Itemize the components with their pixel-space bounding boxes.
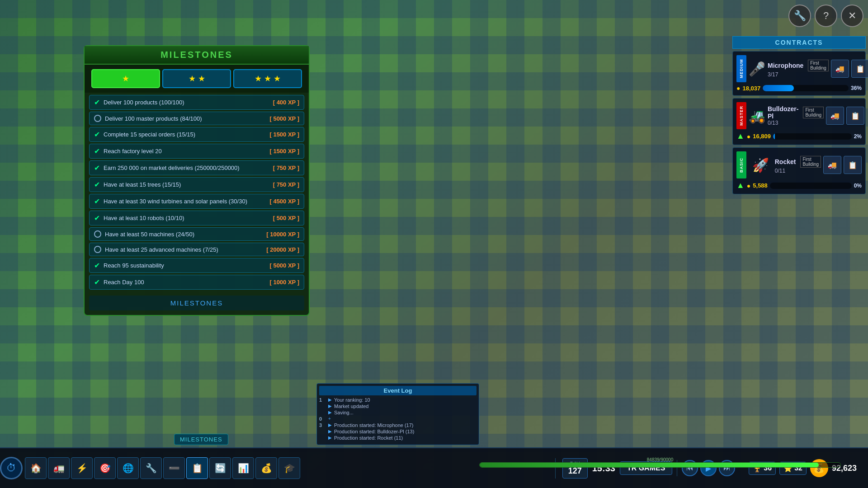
milestone-text-1: Deliver 100 master products (84/100) — [105, 115, 266, 122]
toolbar-btn-stats[interactable]: 📊 — [232, 457, 254, 479]
star-6-icon: ★ — [274, 74, 281, 84]
event-num-0: 1 — [319, 397, 326, 403]
event-icon-3: + — [328, 416, 331, 422]
close-button[interactable]: ✕ — [841, 5, 863, 27]
contract-progress-row-2: ▲ ● 5,588 0% — [736, 181, 862, 190]
contract-price-0: 18,037 — [742, 85, 760, 92]
check-icon-4: ✔ — [94, 164, 100, 172]
progress-bar-outer-0 — [763, 85, 849, 91]
event-text-1: Market updated — [334, 404, 368, 409]
contract-card-0: MEDIUM 🎤 Microphone First Building 3/17 … — [732, 51, 866, 96]
toolbar-btn-finance[interactable]: 💰 — [255, 457, 277, 479]
milestone-xp-1: [ 5000 XP ] — [269, 115, 299, 122]
circle-icon-1 — [94, 115, 101, 122]
milestone-tab-2[interactable]: ★ ★ — [162, 69, 231, 88]
event-entry-5: ▶ Production started: Bulldozer-Pl (13) — [319, 429, 476, 434]
event-entry-1: ▶ Market updated — [319, 404, 476, 409]
event-entry-2: ▶ Saving... — [319, 410, 476, 415]
milestone-text-5: Have at least 15 trees (15/15) — [104, 181, 269, 188]
contract-truck-btn-1[interactable]: 🚚 — [826, 107, 844, 125]
contract-price-2: 5,588 — [753, 182, 768, 189]
event-log-entries: 1 ▶ Your ranking: 10 ▶ Market updated ▶ … — [319, 397, 476, 442]
milestone-item-9: Have at least 25 advanced machines (7/25… — [89, 243, 304, 256]
event-icon-6: ▶ — [328, 435, 332, 441]
toolbar-btn-refresh[interactable]: 🔄 — [209, 457, 231, 479]
xp-bar-inner — [480, 463, 819, 467]
milestone-tab-3[interactable]: ★ ★ ★ — [233, 69, 302, 88]
event-log-title: Event Log — [319, 386, 476, 395]
contract-name-0: Microphone — [768, 62, 803, 69]
event-icon-0: ▶ — [328, 397, 332, 403]
event-icon-7: ▶ — [328, 441, 332, 442]
contract-header-0: MEDIUM 🎤 Microphone First Building 3/17 … — [736, 55, 862, 82]
contract-card-1: MASTER 🚜 Bulldozer-Pl First Building 0/1… — [732, 98, 866, 145]
milestone-item-4: ✔ Earn 250 000 on market deliveries (250… — [89, 160, 304, 175]
milestones-footer: MILESTONES — [89, 296, 304, 310]
contract-difficulty-0: MEDIUM — [736, 55, 746, 82]
contract-count-1: 0/13 — [768, 120, 824, 126]
top-right-controls: 🔧 ? ✕ — [788, 5, 863, 27]
help-button[interactable]: ? — [815, 5, 837, 27]
event-icon-1: ▶ — [328, 404, 332, 409]
event-entry-7: ▶ Saving... — [319, 441, 476, 442]
check-icon-7: ✔ — [94, 214, 100, 222]
milestone-text-11: Reach Day 100 — [104, 279, 266, 286]
contract-first-building-2: First Building — [800, 156, 821, 168]
contract-product-img-2: 🚀 — [749, 151, 773, 178]
contract-main-0: Microphone First Building 3/17 — [768, 60, 829, 78]
toolbar-btn-separator[interactable]: ➖ — [163, 457, 185, 479]
contract-difficulty-1: MASTER — [736, 102, 746, 129]
toolbar-btn-documents[interactable]: 📋 — [186, 457, 208, 479]
event-text-6: Production started: Rocket (11) — [334, 435, 403, 441]
contract-doc-btn-1[interactable]: 📋 — [846, 107, 864, 125]
bottom-hud: ⏱ 🏠🚛⚡🎯🌐🔧➖📋🔄📊💰🎓 DAY 127 15:33 TR GAMES ⏮ … — [0, 447, 868, 488]
milestones-title: MILESTONES — [85, 46, 309, 65]
toolbar-btn-targets[interactable]: 🎯 — [94, 457, 116, 479]
contract-actions-2: 🚚 📋 — [823, 156, 862, 174]
milestone-xp-3: [ 1500 XP ] — [269, 148, 299, 155]
progress-pct-1: 2% — [854, 133, 862, 140]
star-1-icon: ★ — [122, 74, 129, 84]
contract-first-building-0: First Building — [808, 60, 829, 71]
star-2-icon: ★ — [189, 74, 196, 84]
toolbar-btn-map[interactable]: 🌐 — [117, 457, 139, 479]
event-text-7: Saving... — [334, 441, 354, 442]
milestone-xp-6: [ 4500 XP ] — [269, 198, 299, 205]
progress-pct-2: 0% — [854, 183, 862, 189]
progress-pct-0: 36% — [851, 85, 862, 91]
toolbar-btn-settings[interactable]: 🔧 — [140, 457, 162, 479]
xp-bar-text: 84839/90000 — [479, 457, 841, 462]
check-icon-2: ✔ — [94, 130, 100, 139]
bottom-milestone-indicator[interactable]: MILESTONES — [174, 434, 228, 445]
toolbar-btn-education[interactable]: 🎓 — [278, 457, 300, 479]
milestone-item-10: ✔ Reach 95 sustainability [ 5000 XP ] — [89, 258, 304, 273]
milestone-xp-0: [ 400 XP ] — [273, 99, 299, 106]
check-icon-3: ✔ — [94, 147, 100, 155]
toolbar-btn-home[interactable]: 🏠 — [25, 457, 47, 479]
contract-truck-btn-2[interactable]: 🚚 — [823, 156, 841, 174]
check-icon-0: ✔ — [94, 98, 100, 107]
contract-price-1: 16,809 — [753, 133, 771, 140]
event-entry-4: 3 ▶ Production started: Microphone (17) — [319, 422, 476, 428]
event-num-3: 0 — [319, 416, 326, 422]
contract-actions-1: 🚚 📋 — [826, 107, 864, 125]
milestone-item-1: Deliver 100 master products (84/100) [ 5… — [89, 112, 304, 125]
milestone-tab-1[interactable]: ★ — [91, 69, 160, 88]
contract-main-1: Bulldozer-Pl First Building 0/13 — [768, 105, 824, 126]
milestones-panel: MILESTONES ★ ★ ★ ★ ★ ★ ✔ Deliver 100 pro… — [84, 45, 310, 316]
contract-doc-btn-0[interactable]: 📋 — [851, 60, 868, 78]
toolbar-btn-power[interactable]: ⚡ — [71, 457, 93, 479]
contract-truck-btn-0[interactable]: 🚚 — [831, 60, 849, 78]
event-entry-6: ▶ Production started: Rocket (11) — [319, 435, 476, 441]
toolbar-btn-logistics[interactable]: 🚛 — [48, 457, 70, 479]
tools-button[interactable]: 🔧 — [788, 5, 811, 27]
contract-doc-btn-2[interactable]: 📋 — [844, 156, 862, 174]
milestone-xp-8: [ 10000 XP ] — [266, 231, 299, 238]
event-text-4: Production started: Microphone (17) — [334, 422, 413, 428]
contract-name-1: Bulldozer-Pl — [768, 105, 798, 120]
milestone-item-6: ✔ Have at least 30 wind turbines and sol… — [89, 194, 304, 209]
milestones-tabs: ★ ★ ★ ★ ★ ★ — [85, 65, 309, 93]
contract-first-building-1: First Building — [803, 107, 824, 118]
milestone-text-9: Have at least 25 advanced machines (7/25… — [105, 246, 263, 253]
milestone-xp-11: [ 1000 XP ] — [269, 279, 299, 286]
